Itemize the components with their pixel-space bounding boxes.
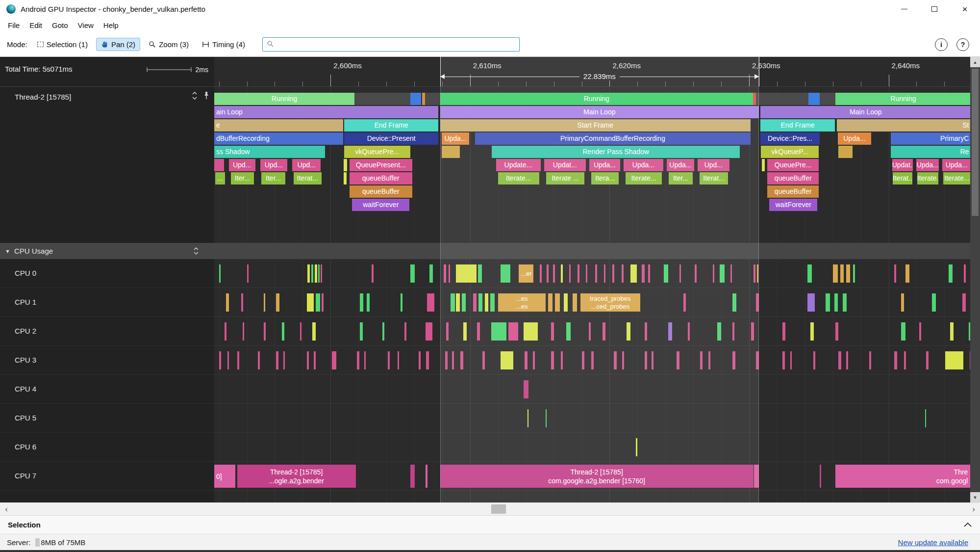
cpu-slice[interactable] xyxy=(332,351,336,369)
timeline-slice[interactable]: ain Loop xyxy=(214,106,438,118)
timeline-slice[interactable] xyxy=(344,172,347,184)
cpu-slice[interactable] xyxy=(782,351,784,369)
timeline-slice[interactable]: Upda... xyxy=(942,159,970,171)
menu-help[interactable]: Help xyxy=(99,21,124,29)
cpu-slice[interactable] xyxy=(219,264,221,283)
cpu-slice[interactable] xyxy=(826,293,830,312)
cpu-slice[interactable] xyxy=(410,264,415,283)
cpu-slice[interactable] xyxy=(807,293,814,312)
cpu-slice[interactable] xyxy=(258,351,259,369)
cpu-row-label[interactable]: CPU 0 xyxy=(0,259,214,288)
cpu-slice[interactable]: Thread-2 [15785]...ogle.a2g.bender xyxy=(237,465,356,488)
cpu-slice[interactable] xyxy=(426,351,429,369)
horizontal-scrollbar[interactable]: ‹ › xyxy=(0,502,980,515)
horizontal-scroll-thumb[interactable] xyxy=(491,504,506,514)
cpu-slice[interactable] xyxy=(360,322,363,341)
minimize-button[interactable] xyxy=(889,0,919,18)
timeline-slice[interactable]: St xyxy=(837,119,970,131)
mode-timing-button[interactable]: Timing (4) xyxy=(197,38,250,51)
cpu-slice[interactable] xyxy=(427,293,435,312)
cpu-slice[interactable] xyxy=(790,351,792,369)
timeline-slice[interactable]: Iter... xyxy=(261,172,285,184)
cpu-slice[interactable] xyxy=(901,322,905,341)
timeline-slice[interactable]: queueBuffer xyxy=(350,172,412,184)
cpu-slice[interactable] xyxy=(846,264,851,283)
cpu-slice[interactable] xyxy=(382,322,384,341)
cpu-slice[interactable] xyxy=(894,351,897,369)
timeline-slice[interactable] xyxy=(838,146,852,158)
cpu-slice[interactable] xyxy=(813,351,815,369)
cpu-row-label[interactable]: CPU 3 xyxy=(0,346,214,374)
update-available-link[interactable]: New update available xyxy=(898,538,968,547)
trace-viewport[interactable]: Thread-2 [15785] RunningRunningRunningai… xyxy=(0,57,980,502)
cpu-slice[interactable] xyxy=(364,351,366,369)
cpu-slice[interactable] xyxy=(243,322,244,341)
cpu-slice[interactable] xyxy=(237,351,239,369)
cpu-row-label[interactable]: CPU 4 xyxy=(0,375,214,403)
timeline-slice[interactable]: waitForever xyxy=(352,199,409,211)
cpu-slice[interactable] xyxy=(419,351,421,369)
search-input[interactable] xyxy=(274,38,519,51)
cpu-slice[interactable] xyxy=(225,322,226,341)
mode-selection-button[interactable]: Selection (1) xyxy=(32,38,93,51)
cpu-row-label[interactable]: CPU 1 xyxy=(0,288,214,316)
cpu-slice[interactable] xyxy=(429,264,432,283)
cpu-slice[interactable] xyxy=(843,293,847,312)
cpu-slice[interactable] xyxy=(820,465,821,488)
timeline-slice[interactable]: Running xyxy=(214,93,354,105)
cpu-slice[interactable] xyxy=(950,322,954,341)
scroll-left-button[interactable]: ‹ xyxy=(0,503,13,515)
cpu-slice[interactable] xyxy=(840,264,844,283)
cpu-slice[interactable] xyxy=(833,264,838,283)
cpu-slice[interactable] xyxy=(321,264,322,283)
timeline-slice[interactable]: End Frame xyxy=(344,119,438,131)
menu-edit[interactable]: Edit xyxy=(25,21,47,29)
timeline-slice[interactable] xyxy=(820,93,836,105)
cpu-slice[interactable] xyxy=(318,264,320,283)
timeline-slice[interactable]: Iterat... xyxy=(893,172,912,184)
cpu-slice[interactable] xyxy=(404,322,406,341)
cpu-slice[interactable] xyxy=(315,264,317,283)
cpu-slice[interactable] xyxy=(925,409,926,427)
cpu-slice[interactable] xyxy=(810,322,814,341)
timeline-slice[interactable]: queueBuffer xyxy=(767,185,819,198)
cpu-slice[interactable] xyxy=(276,293,279,312)
timeline-slice[interactable]: PrimaryC xyxy=(891,132,970,145)
timeline-slice[interactable]: Upda... xyxy=(838,132,871,145)
cpu-slice[interactable] xyxy=(226,293,229,312)
timeline-slice[interactable] xyxy=(808,93,820,105)
cpu-slice[interactable] xyxy=(835,322,838,341)
cpu-slice[interactable] xyxy=(247,264,249,283)
cpu-slice[interactable]: 0] xyxy=(214,465,235,488)
cpu-slice[interactable] xyxy=(360,293,363,312)
cpu-slice[interactable] xyxy=(241,293,243,312)
mode-zoom-button[interactable]: Zoom (3) xyxy=(144,38,194,51)
timeline-slice[interactable]: QueuePre... xyxy=(767,159,819,171)
timeline-slice[interactable]: vkQueuePre... xyxy=(344,146,410,158)
timeline-slice[interactable]: Iterat... xyxy=(294,172,322,184)
timeline-slice[interactable] xyxy=(214,159,224,171)
timeline-slice[interactable]: ... xyxy=(215,172,226,184)
scroll-right-button[interactable]: › xyxy=(967,503,980,515)
cpu-slice[interactable] xyxy=(962,293,966,312)
cpu-slice[interactable] xyxy=(367,293,370,312)
cpu-slice[interactable] xyxy=(926,351,928,369)
cpu-slice[interactable] xyxy=(853,264,855,283)
cpu-slice[interactable] xyxy=(316,293,320,312)
cpu-slice[interactable] xyxy=(398,351,399,369)
timeline-slice[interactable]: Upda... xyxy=(916,159,939,171)
cpu-slice[interactable] xyxy=(276,351,278,369)
timeline-slice[interactable]: QueuePresent... xyxy=(350,159,412,171)
scroll-down-button[interactable]: ▼ xyxy=(970,492,980,502)
vertical-scrollbar[interactable]: ▲ ▼ xyxy=(970,57,980,502)
sort-updown-icon[interactable] xyxy=(193,247,199,257)
timeline-slice[interactable] xyxy=(762,159,765,171)
cpu-row-label[interactable]: CPU 6 xyxy=(0,433,214,461)
timeline-slice[interactable]: Upd... xyxy=(292,159,321,171)
timeline-slice[interactable] xyxy=(425,93,440,105)
timeline-slice[interactable]: End Frame xyxy=(760,119,835,131)
cpu-slice[interactable] xyxy=(834,293,838,312)
cpu-slice[interactable] xyxy=(904,351,906,369)
cpu-slice[interactable] xyxy=(307,264,310,283)
menu-view[interactable]: View xyxy=(73,21,99,29)
